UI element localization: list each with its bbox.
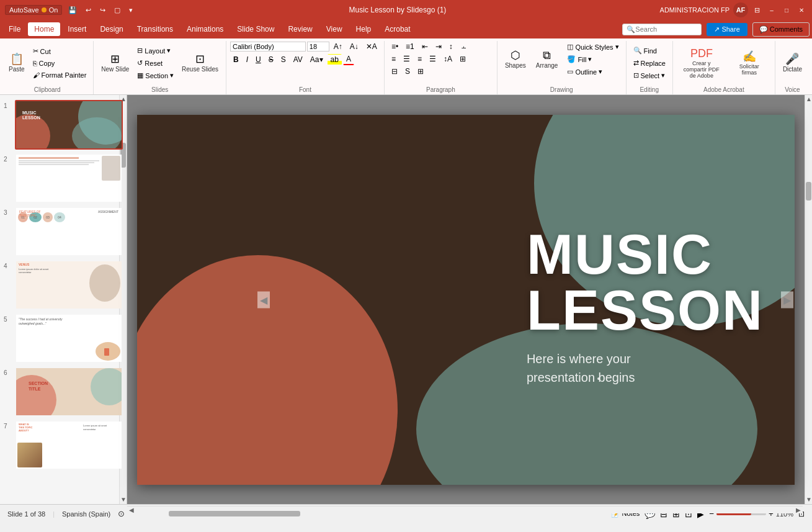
shadow-button[interactable]: S <box>278 54 289 65</box>
hscroll-thumb[interactable] <box>169 511 300 516</box>
line-spacing-button[interactable]: ↕ <box>446 41 456 52</box>
decrease-indent-button[interactable]: ⇤ <box>419 41 431 52</box>
numbering-button[interactable]: ≡1 <box>403 41 417 52</box>
editing-content: 🔍 Find ⇄ Replace ⊡ Select ▾ <box>630 41 669 85</box>
user-avatar[interactable]: AF <box>733 2 748 17</box>
menu-animations[interactable]: Animations <box>181 22 230 36</box>
slide-img-1[interactable]: MUSICLESSON <box>15 100 123 150</box>
copy-button[interactable]: ⎘ Copy <box>30 58 90 69</box>
reuse-slides-button[interactable]: ⊡ Reuse Slides <box>178 51 222 75</box>
slide-img-3[interactable]: 01 02 03 04 FEATURES OFTHIS TOPIC ASSIGN… <box>15 207 123 256</box>
quick-styles-button[interactable]: ◫ Quick Styles ▾ <box>564 41 622 53</box>
menu-view[interactable]: View <box>320 22 349 36</box>
strikethrough-button[interactable]: S <box>265 54 277 65</box>
clear-formatting-button[interactable]: ✕A <box>363 41 380 52</box>
select-button[interactable]: ⊡ Select ▾ <box>630 70 669 81</box>
restore-button[interactable]: □ <box>781 4 792 16</box>
bold-button[interactable]: B <box>230 54 242 65</box>
font-highlight-button[interactable]: ab <box>328 54 342 65</box>
search-input[interactable] <box>635 25 697 33</box>
autosave-toggle[interactable]: AutoSave On <box>5 5 62 15</box>
text-direction-button[interactable]: ↕A <box>440 53 455 65</box>
font-name-input[interactable] <box>230 42 306 52</box>
menu-design[interactable]: Design <box>94 22 129 36</box>
menu-home[interactable]: Home <box>28 22 60 36</box>
increase-indent-button[interactable]: ⇥ <box>432 41 445 52</box>
menu-help[interactable]: Help <box>350 22 378 36</box>
prev-slide-button[interactable]: ◀ <box>257 291 270 308</box>
slide-thumb-6[interactable]: 6 SECTIONTITLE <box>4 367 123 417</box>
undo-button[interactable]: ↩ <box>83 5 94 16</box>
arrange-button[interactable]: ⧉ Arrange <box>532 47 562 71</box>
scroll-left-arrow[interactable]: ◀ <box>127 507 136 514</box>
accessibility-icon[interactable]: ⊙ <box>118 509 125 518</box>
present-button[interactable]: ▢ <box>112 5 123 16</box>
search-box[interactable]: 🔍 <box>622 24 702 35</box>
slide-thumb-5[interactable]: 5 "The success I had at universityoutwei… <box>4 313 123 363</box>
redo-button[interactable]: ↪ <box>97 5 108 16</box>
slide-thumb-4[interactable]: 4 VENUS Lorem ipsum dolor sit amet conse… <box>4 260 123 310</box>
menu-insert[interactable]: Insert <box>61 22 92 36</box>
font-size-increase[interactable]: A↑ <box>331 41 346 52</box>
add-column-button[interactable]: ⊟ <box>388 66 401 77</box>
slide-img-6[interactable]: SECTIONTITLE <box>15 367 123 417</box>
slide-thumb-7[interactable]: 7 WHAT ISTHIS TOPICABOUT? Lorem ipsum si… <box>4 420 123 470</box>
align-center-button[interactable]: ☰ <box>400 53 413 65</box>
scroll-right-down[interactable]: ▼ <box>805 495 812 504</box>
find-button[interactable]: 🔍 Find <box>630 45 669 56</box>
create-pdf-button[interactable]: PDF Crear y compartir PDF de Adobe <box>677 45 726 81</box>
customize-qat-button[interactable]: ▾ <box>127 5 135 16</box>
slide-thumb-1[interactable]: 1 MUSICLESSON <box>4 100 123 150</box>
spacing-button[interactable]: AV <box>290 54 306 65</box>
slide-thumb-3[interactable]: 3 01 02 03 04 FEATURES OFTHIS TOPIC ASSI… <box>4 207 123 256</box>
menu-review[interactable]: Review <box>282 22 318 36</box>
menu-file[interactable]: File <box>2 22 27 36</box>
reset-button[interactable]: ↺ Reset <box>134 57 177 69</box>
comments-button[interactable]: 💬 Comments <box>752 22 810 37</box>
shape-outline-button[interactable]: ▭ Outline ▾ <box>564 66 622 78</box>
menu-slideshow[interactable]: Slide Show <box>231 22 280 36</box>
format-painter-button[interactable]: 🖌 Format Painter <box>30 70 90 81</box>
smart-art-button[interactable]: ⊞ <box>457 53 469 65</box>
scroll-right-arrow[interactable]: ▶ <box>794 507 803 514</box>
font-color-button[interactable]: A <box>343 53 354 65</box>
justify-button[interactable]: ☰ <box>426 53 439 65</box>
italic-button[interactable]: I <box>243 54 251 65</box>
scroll-right-thumb[interactable] <box>806 182 811 201</box>
new-slide-button[interactable]: ⊞ New Slide <box>97 51 133 75</box>
slide-thumb-2[interactable]: 2 <box>4 153 123 203</box>
font-size-decrease[interactable]: A↓ <box>347 41 362 52</box>
menu-acrobat[interactable]: Acrobat <box>378 22 416 36</box>
ribbon-display-options[interactable]: ⊟ <box>752 5 762 16</box>
next-slide-button[interactable]: ▶ <box>781 291 793 308</box>
shape-fill-button[interactable]: 🪣 Fill ▾ <box>564 53 622 65</box>
save-button[interactable]: 💾 <box>66 5 79 16</box>
replace-button[interactable]: ⇄ Replace <box>630 57 669 69</box>
menu-transitions[interactable]: Transitions <box>131 22 179 36</box>
paste-button[interactable]: 📋 Paste <box>5 51 29 75</box>
slide-img-5[interactable]: "The success I had at universityoutweigh… <box>15 313 123 363</box>
dictate-button[interactable]: 🎤 Dictate <box>779 51 806 75</box>
bullets-button[interactable]: ≡• <box>388 41 401 52</box>
scroll-right-up[interactable]: ▲ <box>805 95 812 104</box>
section-button[interactable]: ▦ Section ▾ <box>134 70 177 81</box>
slide-img-2[interactable] <box>15 153 123 203</box>
slide-img-4[interactable]: VENUS Lorem ipsum dolor sit amet consect… <box>15 260 123 310</box>
text-shadow-toggle[interactable]: S <box>402 66 413 77</box>
font-case-button[interactable]: Aa▾ <box>307 54 326 65</box>
share-button[interactable]: ↗ Share <box>707 23 747 36</box>
font-size-input[interactable] <box>307 42 329 52</box>
cut-button[interactable]: ✂ Cut <box>30 45 90 57</box>
minimize-button[interactable]: – <box>766 4 777 16</box>
convert-button[interactable]: ⊞ <box>414 66 427 77</box>
scroll-down-arrow[interactable]: ▼ <box>120 495 127 504</box>
align-right-button[interactable]: ≡ <box>414 53 425 65</box>
layout-button[interactable]: ⊟ Layout ▾ <box>134 45 177 56</box>
align-left-button[interactable]: ≡ <box>388 53 399 65</box>
columns-button[interactable]: ⫠ <box>457 41 471 52</box>
underline-button[interactable]: U <box>252 54 264 65</box>
solicitar-button[interactable]: ✍ Solicitar firmas <box>728 48 771 78</box>
shapes-button[interactable]: ⬡ Shapes <box>501 47 530 71</box>
close-button[interactable]: ✕ <box>796 4 807 16</box>
slide-img-7[interactable]: WHAT ISTHIS TOPICABOUT? Lorem ipsum sit … <box>15 420 123 470</box>
